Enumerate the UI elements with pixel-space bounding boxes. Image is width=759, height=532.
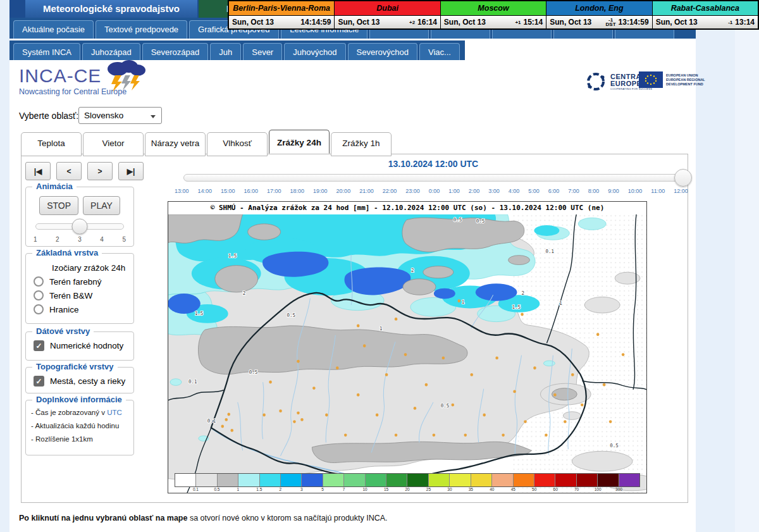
radio-icon[interactable] (34, 290, 44, 300)
speed-slider-handle[interactable] (72, 219, 88, 235)
scale-color-cell (450, 474, 471, 486)
play-button[interactable]: PLAY (83, 196, 120, 215)
product-tabs: TeplotaVietorNárazy vetraVlhkosťZrážky 2… (21, 132, 393, 156)
tab-vlhkos-[interactable]: Vlhkosť (207, 132, 268, 156)
city-marker (269, 381, 272, 384)
scale-color-cell (492, 474, 513, 486)
base-layer-option[interactable]: Hranice (34, 304, 133, 314)
city-marker (622, 353, 625, 356)
clock-time: 15:14 (524, 18, 543, 27)
clock-cell: MoscowSun, Oct 13+115:14 (441, 1, 546, 28)
base-layer-option[interactable]: Terén B&W (34, 290, 133, 300)
world-clocks-widget: Berlin-Paris-Vienna-RomaSun, Oct 1314:14… (228, 0, 759, 30)
scale-value-label: 45 (511, 487, 515, 492)
checkbox-icon[interactable]: ✓ (34, 376, 44, 387)
tab-teplota[interactable]: Teplota (21, 132, 82, 156)
city-marker (545, 433, 548, 436)
inca-nav-tab-8[interactable]: Viac... (419, 43, 460, 60)
contour-label: 2 (522, 290, 524, 296)
checkbox-icon[interactable]: ✓ (34, 340, 44, 351)
topo-layer-option[interactable]: ✓Mestá, cesty a rieky (34, 376, 133, 387)
nav-tab-1[interactable]: Aktuálne počasie (13, 20, 94, 39)
info-line-text: - Rozlíšenie 1x1km (31, 435, 93, 443)
tab-n-razy-vetra[interactable]: Nárazy vetra (145, 132, 206, 156)
scale-value-label: 5 (321, 487, 324, 492)
inca-nav-tab-4[interactable]: Juh (210, 43, 241, 60)
precipitation-map-box[interactable]: © SHMÚ - Analýza zrážok za 24 hod [mm] -… (168, 201, 647, 493)
radio-icon[interactable] (34, 304, 44, 314)
inca-nav-tab-2[interactable]: Juhozápad (82, 43, 140, 60)
contour-label: 0.5 (249, 369, 258, 375)
scale-value-label: 0.1 (193, 487, 199, 492)
scale-value-label: 7 (343, 487, 345, 492)
timeline-tick: 22:00 (383, 188, 397, 194)
speed-slider-track[interactable] (35, 223, 124, 230)
city-marker (344, 433, 347, 436)
base-layer-option[interactable]: Terén farebný (34, 276, 133, 287)
region-select[interactable]: Slovensko (78, 107, 162, 124)
utc-link[interactable]: UTC (107, 409, 122, 416)
contour-label: 0.5 (441, 403, 450, 409)
city-marker (596, 333, 600, 336)
nav-tab-2[interactable]: Textové predpovede (96, 20, 187, 39)
radio-icon[interactable] (34, 276, 44, 287)
contour-label: 0.5 (454, 216, 462, 222)
city-marker (495, 356, 498, 359)
scale-value-label: 100 (595, 487, 602, 492)
contour-label: 0.1 (188, 379, 197, 385)
timeline-tick: 17:00 (267, 188, 281, 194)
precipitation-map[interactable]: 1.521.520.510.511.50.10.50.10.50.50.10.5… (168, 214, 646, 493)
scale-color-cell (196, 474, 217, 486)
data-layer-option-label: Numerické hodnoty (50, 341, 123, 350)
additional-info-legend: Doplnkové informácie (32, 395, 126, 404)
base-layer-option-label: Terén farebný (49, 277, 102, 287)
clock-utc-offset: +2 (409, 20, 415, 25)
scale-value-label: 15 (384, 487, 388, 492)
timeline-tick: 6:00 (548, 188, 560, 194)
scale-color-cell (238, 474, 259, 486)
footer-note-bold: Po kliknutí na jednu vybranú oblasť na m… (19, 514, 187, 523)
data-layers-legend: Dátové vrstvy (32, 326, 94, 336)
scale-color-cell (471, 474, 492, 486)
site-title[interactable]: Meteorologické spravodajstvo (25, 0, 197, 18)
precipitation-scale-labels: 0.10.511.5235710152025303540455060701003… (175, 487, 640, 492)
map-title: © SHMÚ - Analýza zrážok za 24 hod [mm] -… (168, 202, 646, 214)
stop-button[interactable]: STOP (39, 196, 78, 215)
data-layer-option[interactable]: ✓Numerické hodnoty (34, 340, 133, 351)
step-back-button[interactable]: < (56, 162, 82, 180)
info-line: - Rozlíšenie 1x1km (31, 435, 133, 443)
inca-nav-tab-3[interactable]: Severozápad (142, 43, 209, 60)
timeline-tick: 2:00 (469, 188, 480, 194)
scale-value-label: 40 (490, 487, 494, 492)
tab-zr-ky-1h[interactable]: Zrážky 1h (331, 132, 392, 156)
skip-first-button[interactable]: |◀ (25, 162, 51, 180)
scale-color-cell (175, 474, 196, 486)
timeline-slider-handle[interactable] (674, 169, 692, 187)
clock-city-name: Berlin-Paris-Vienna-Roma (229, 1, 334, 16)
city-marker (464, 433, 467, 436)
base-layer-option[interactable]: Izočiary zrážok 24h (34, 263, 133, 273)
tab-vietor[interactable]: Vietor (83, 132, 144, 156)
precipitation-color-scale (175, 473, 640, 487)
step-forward-button[interactable]: > (87, 162, 113, 180)
timeline-tick: 15:00 (221, 188, 235, 194)
timeline-tick: 8:00 (588, 188, 600, 194)
inca-nav-tab-7[interactable]: Severovýchod (348, 43, 417, 60)
scale-value-label: 60 (553, 487, 558, 492)
timeline-slider-track[interactable] (183, 174, 684, 182)
inca-ce-logo: INCA-CE Nowcasting for Central Europe (19, 65, 126, 96)
city-marker (524, 420, 527, 423)
contour-label: 1 (559, 300, 562, 306)
tab-zr-ky-24h[interactable]: Zrážky 24h (269, 130, 330, 154)
city-marker (395, 318, 398, 321)
skip-last-button[interactable]: ▶| (118, 162, 144, 180)
inca-nav-tab-5[interactable]: Sever (243, 43, 282, 60)
inca-nav-tab-6[interactable]: Juhovýchod (284, 43, 345, 60)
clock-date: Sun, Oct 13 (444, 18, 515, 27)
city-marker (442, 356, 445, 359)
speed-label: 3 (78, 236, 82, 243)
inca-nav-tab-1[interactable]: Systém INCA (13, 43, 80, 60)
footer-note-rest: sa otvorí nové okno v ktorom sa načítajú… (187, 514, 387, 523)
timeline-tick: 13:00 (175, 188, 189, 194)
animation-panel-legend: Animácia (32, 182, 77, 191)
